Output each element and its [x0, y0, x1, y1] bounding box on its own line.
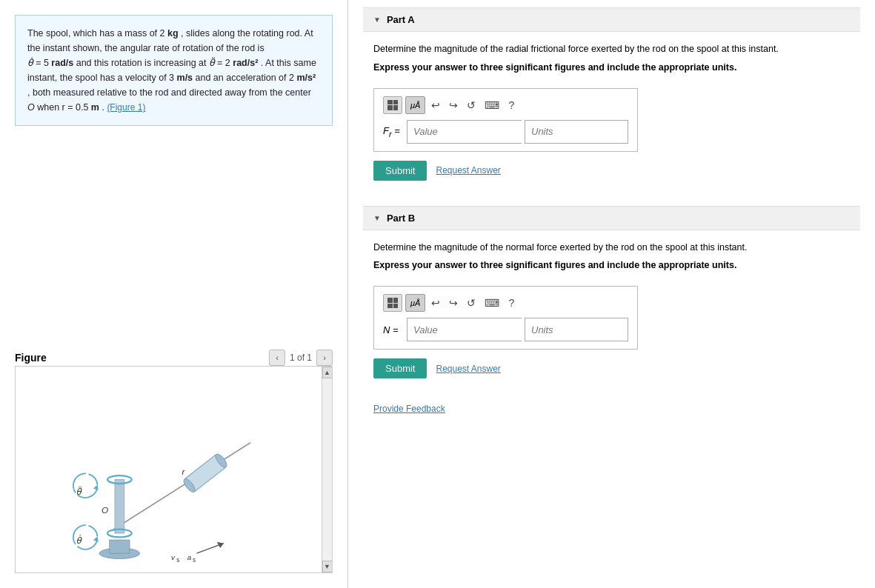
part-a-header: ▼ Part A — [363, 7, 860, 32]
left-panel: The spool, which has a mass of 2 kg , sl… — [0, 0, 348, 588]
figure-title: Figure — [15, 352, 47, 364]
svg-text:s: s — [176, 557, 179, 564]
right-panel: ▼ Part A Determine the magnitude of the … — [348, 0, 875, 588]
part-a-keyboard-button[interactable]: ⌨ — [482, 96, 502, 114]
part-a-request-answer-button[interactable]: Request Answer — [436, 165, 500, 176]
part-b-submit-row: Submit Request Answer — [373, 358, 850, 378]
part-b-submit-button[interactable]: Submit — [373, 358, 427, 378]
part-a-toolbar: μÅ ↩ ↪ ↺ ⌨ ? — [383, 96, 628, 114]
part-b-redo-button[interactable]: ↪ — [446, 294, 461, 312]
figure-navigation: ‹ 1 of 1 › — [269, 350, 333, 366]
part-a-help-button[interactable]: ? — [505, 96, 517, 114]
scroll-down-arrow[interactable]: ▼ — [322, 561, 333, 572]
part-b-section: ▼ Part B Determine the magnitude of the … — [363, 206, 860, 390]
part-a-mu-button[interactable]: μÅ — [405, 96, 425, 114]
part-a-label: Part A — [387, 14, 415, 25]
svg-rect-3 — [115, 480, 124, 533]
part-a-collapse-arrow[interactable]: ▼ — [373, 16, 381, 24]
part-b-body: Determine the magnitude of the normal fo… — [363, 241, 860, 390]
figure-diagram: r O θ̈ θ̇ — [16, 367, 322, 572]
part-b-label: Part B — [387, 213, 415, 224]
scroll-up-arrow[interactable]: ▲ — [322, 367, 333, 378]
part-b-help-button[interactable]: ? — [505, 294, 517, 312]
part-b-toolbar: μÅ ↩ ↪ ↺ ⌨ ? — [383, 294, 628, 312]
svg-rect-7 — [110, 540, 130, 553]
figure-scrollbar[interactable]: ▲ ▼ — [322, 367, 332, 572]
svg-text:s: s — [193, 557, 196, 564]
part-b-variable-label: N = — [383, 324, 401, 335]
part-a-section: ▼ Part A Determine the magnitude of the … — [363, 7, 860, 191]
part-a-redo-button[interactable]: ↪ — [446, 96, 461, 114]
problem-statement: The spool, which has a mass of 2 kg , sl… — [15, 15, 333, 126]
part-a-value-input[interactable] — [407, 120, 522, 144]
part-b-answer-box: μÅ ↩ ↪ ↺ ⌨ ? N = — [373, 286, 638, 350]
part-a-body: Determine the magnitude of the radial fr… — [363, 42, 860, 191]
part-b-undo-button[interactable]: ↩ — [428, 294, 443, 312]
prev-figure-button[interactable]: ‹ — [269, 350, 285, 366]
figure-header: Figure ‹ 1 of 1 › — [15, 342, 333, 366]
svg-rect-0 — [16, 375, 322, 564]
part-a-submit-button[interactable]: Submit — [373, 161, 427, 181]
svg-text:a: a — [187, 553, 192, 561]
part-b-value-input[interactable] — [407, 318, 522, 341]
svg-text:O: O — [102, 505, 108, 515]
part-b-refresh-button[interactable]: ↺ — [464, 294, 479, 312]
part-a-desc1: Determine the magnitude of the radial fr… — [373, 42, 850, 56]
part-a-submit-row: Submit Request Answer — [373, 161, 850, 181]
part-a-variable-label: Fr = — [383, 125, 401, 138]
part-b-grid-button[interactable] — [383, 294, 402, 312]
provide-feedback-link[interactable]: Provide Feedback — [363, 404, 860, 414]
part-a-grid-button[interactable] — [383, 96, 402, 114]
part-a-refresh-button[interactable]: ↺ — [464, 96, 479, 114]
part-b-collapse-arrow[interactable]: ▼ — [373, 214, 381, 222]
part-b-request-answer-button[interactable]: Request Answer — [436, 364, 500, 374]
part-b-keyboard-button[interactable]: ⌨ — [482, 294, 502, 312]
figure-page: 1 of 1 — [290, 353, 312, 363]
part-b-input-row: N = — [383, 318, 628, 341]
part-b-mu-button[interactable]: μÅ — [405, 294, 425, 312]
part-b-units-input[interactable] — [525, 318, 628, 341]
next-figure-button[interactable]: › — [316, 350, 333, 366]
part-b-desc2: Express your answer to three significant… — [373, 258, 850, 273]
figure-container: r O θ̈ θ̇ — [15, 366, 333, 573]
part-a-undo-button[interactable]: ↩ — [428, 96, 443, 114]
part-b-desc1: Determine the magnitude of the normal fo… — [373, 241, 850, 255]
part-a-answer-box: μÅ ↩ ↪ ↺ ⌨ ? Fr = — [373, 88, 638, 152]
part-a-input-row: Fr = — [383, 120, 628, 144]
part-a-desc2: Express your answer to three significant… — [373, 61, 850, 75]
part-b-header: ▼ Part B — [363, 206, 860, 230]
part-a-units-input[interactable] — [525, 120, 628, 144]
